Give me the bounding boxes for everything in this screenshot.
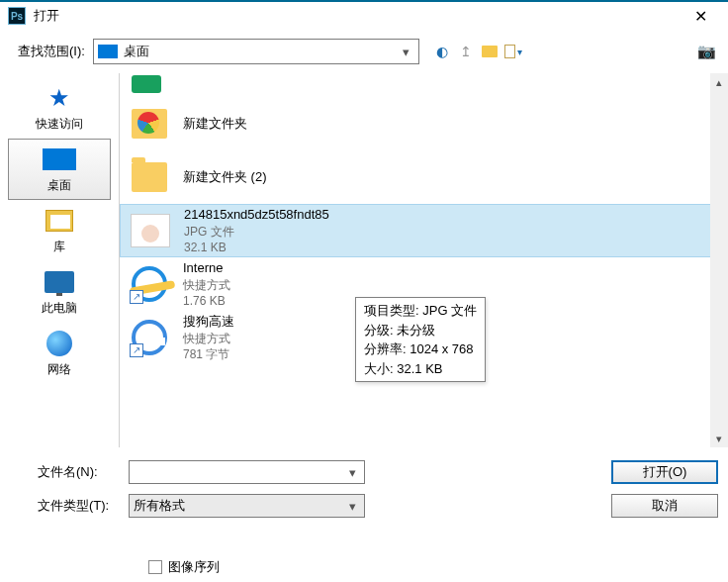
file-size: 1.76 KB bbox=[183, 293, 230, 309]
tooltip-line: 分级: 未分级 bbox=[364, 321, 477, 340]
file-type: JPG 文件 bbox=[184, 224, 329, 240]
pin-icon[interactable]: 📷 bbox=[697, 43, 716, 60]
chevron-down-icon: ▾ bbox=[344, 499, 360, 514]
place-label: 此电脑 bbox=[42, 300, 77, 317]
cancel-button[interactable]: 取消 bbox=[611, 494, 718, 518]
file-item-folder[interactable]: 新建文件夹 bbox=[120, 97, 728, 150]
look-in-combo[interactable]: 桌面 ▾ bbox=[93, 39, 419, 64]
file-item-folder[interactable]: 新建文件夹 (2) bbox=[120, 150, 728, 204]
place-label: 快速访问 bbox=[36, 116, 83, 133]
file-size: 781 字节 bbox=[183, 346, 234, 362]
filename-label: 文件名(N): bbox=[10, 463, 119, 481]
open-button[interactable]: 打开(O) bbox=[611, 460, 718, 484]
tooltip-line: 大小: 32.1 KB bbox=[364, 359, 477, 379]
nav-buttons: ◐ ↥ ▾ bbox=[433, 43, 522, 60]
file-name: 新建文件夹 bbox=[183, 115, 247, 133]
star-icon: ★ bbox=[48, 84, 70, 112]
filetype-combo[interactable]: 所有格式 ▾ bbox=[129, 494, 365, 518]
look-in-value: 桌面 bbox=[124, 43, 399, 60]
file-size: 32.1 KB bbox=[184, 240, 329, 255]
filename-combo[interactable]: ▾ bbox=[129, 460, 365, 484]
shortcut-badge-icon: ↗ bbox=[130, 290, 143, 304]
network-icon bbox=[46, 331, 72, 356]
image-sequence-label: 图像序列 bbox=[168, 558, 220, 576]
file-name: 新建文件夹 (2) bbox=[183, 168, 267, 186]
file-tooltip: 项目类型: JPG 文件 分级: 未分级 分辨率: 1024 x 768 大小:… bbox=[355, 297, 486, 382]
file-name: 214815xnd5dz5t58fndt85 bbox=[184, 206, 329, 224]
filetype-label: 文件类型(T): bbox=[10, 497, 119, 515]
new-folder-icon[interactable] bbox=[481, 43, 499, 60]
pc-icon bbox=[45, 271, 74, 293]
place-quick-access[interactable]: ★ 快速访问 bbox=[8, 77, 111, 139]
places-sidebar: ★ 快速访问 桌面 库 此电脑 网络 bbox=[0, 73, 119, 447]
file-list: 新建文件夹 新建文件夹 (2) 214815xnd5dz5t58fndt85 J… bbox=[119, 73, 728, 447]
place-this-pc[interactable]: 此电脑 bbox=[8, 261, 111, 323]
place-network[interactable]: 网络 bbox=[8, 323, 111, 384]
folder-icon bbox=[132, 162, 167, 192]
scroll-down-icon[interactable]: ▾ bbox=[710, 430, 728, 447]
shortcut-badge-icon: ↗ bbox=[130, 343, 143, 357]
chevron-down-icon: ▾ bbox=[399, 45, 414, 59]
app-icon: Ps bbox=[8, 7, 26, 25]
filetype-value: 所有格式 bbox=[134, 497, 344, 515]
scrollbar[interactable]: ▴ ▾ bbox=[710, 73, 728, 447]
place-libraries[interactable]: 库 bbox=[8, 200, 111, 261]
place-desktop[interactable]: 桌面 bbox=[8, 139, 111, 200]
file-type: 快捷方式 bbox=[183, 331, 234, 346]
file-type: 快捷方式 bbox=[183, 277, 230, 293]
look-in-label: 查找范围(I): bbox=[18, 43, 85, 60]
tooltip-line: 分辨率: 1024 x 768 bbox=[364, 340, 477, 359]
image-sequence-checkbox[interactable] bbox=[148, 560, 162, 574]
place-label: 库 bbox=[53, 239, 65, 255]
file-name: Interne bbox=[183, 259, 230, 277]
place-label: 桌面 bbox=[47, 177, 71, 194]
close-button[interactable]: ✕ bbox=[681, 7, 720, 26]
image-thumbnail bbox=[131, 214, 170, 247]
window-title: 打开 bbox=[34, 7, 681, 25]
back-icon[interactable]: ◐ bbox=[433, 43, 451, 60]
chevron-down-icon: ▾ bbox=[344, 465, 360, 480]
toolbar: 查找范围(I): 桌面 ▾ ◐ ↥ ▾ 📷 bbox=[0, 30, 728, 73]
desktop-icon bbox=[98, 45, 118, 58]
tooltip-line: 项目类型: JPG 文件 bbox=[364, 301, 477, 321]
file-name: 搜狗高速 bbox=[183, 313, 234, 331]
library-icon bbox=[46, 210, 73, 232]
partial-item-icon bbox=[132, 75, 161, 93]
view-menu-icon[interactable]: ▾ bbox=[504, 43, 522, 60]
desktop-icon bbox=[43, 148, 76, 170]
scroll-track[interactable] bbox=[710, 91, 728, 430]
titlebar: Ps 打开 ✕ bbox=[0, 0, 728, 30]
file-item-jpg[interactable]: 214815xnd5dz5t58fndt85 JPG 文件 32.1 KB bbox=[120, 204, 728, 257]
folder-icon bbox=[132, 109, 167, 139]
up-icon[interactable]: ↥ bbox=[457, 43, 475, 60]
place-label: 网络 bbox=[47, 361, 71, 378]
scroll-up-icon[interactable]: ▴ bbox=[710, 73, 728, 91]
bottom-panel: 文件名(N): ▾ 打开(O) 文件类型(T): 所有格式 ▾ 取消 图像序列 bbox=[0, 447, 728, 576]
